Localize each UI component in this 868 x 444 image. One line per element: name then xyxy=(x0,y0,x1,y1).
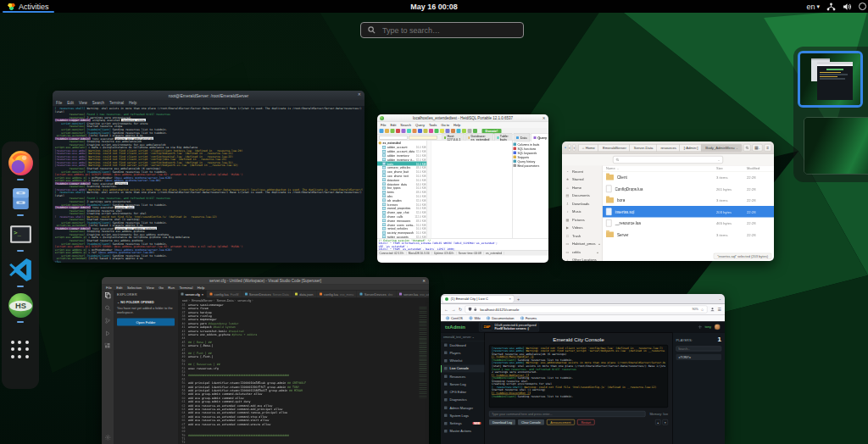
tab-icon xyxy=(516,136,519,139)
query-helpers-panel: Columns in baits SQL functions SQL keywo… xyxy=(512,141,548,238)
helper-icon xyxy=(514,155,517,158)
dock-item-vscode[interactable] xyxy=(7,256,35,287)
firefox-icon xyxy=(7,149,35,177)
editor-gutter xyxy=(427,141,431,238)
file-icon xyxy=(606,219,612,227)
window-files[interactable]: ‹ › ⌂ Home EmeraldServer xyxy=(562,142,774,261)
files-search-input xyxy=(621,158,716,163)
sidebar-item-icon: □ xyxy=(565,234,570,238)
sidebar-item-icon: ★ xyxy=(565,178,570,182)
table-row: job_grades 32.0 KiB xyxy=(377,198,427,203)
table-icon xyxy=(382,223,386,226)
line-numbers: 35 36 37 38 39 40 41 42 43 44 45 46 47 4… xyxy=(178,303,188,444)
account-icon xyxy=(710,307,715,311)
file-type-icon xyxy=(295,293,298,296)
log-line: [txAdminClient] Sending resources list t… xyxy=(492,395,665,398)
table-icon xyxy=(382,158,386,162)
run-debug-icon xyxy=(104,330,111,339)
sidebar-item: □ Trash xyxy=(562,232,603,241)
editor-tab: server.lua esx_addons_gcphone xyxy=(396,291,429,298)
window-terminal[interactable]: root@EmeraldServer: /root/EmeraldServer … xyxy=(53,91,364,263)
forward-icon: → xyxy=(452,307,456,312)
dock-item-firefox[interactable] xyxy=(7,149,35,180)
menu-item: Help xyxy=(129,101,136,105)
running-indicator xyxy=(17,286,24,287)
file-icon xyxy=(606,175,614,180)
volume-icon[interactable] xyxy=(843,3,852,11)
table-row: cow_phone_bait 16.0 KiB xyxy=(377,169,427,174)
dock-item-files[interactable] xyxy=(7,185,35,216)
table-row: items 48.0 KiB xyxy=(377,190,427,194)
activities-button[interactable]: Activities xyxy=(0,0,57,13)
breadcrumb-item: resources xyxy=(656,144,680,152)
activities-label: Activities xyxy=(19,3,49,11)
menu-item-icon xyxy=(444,375,448,378)
dock-item-heidisql[interactable]: HS xyxy=(7,291,35,323)
editor-tabs: server.cfg × config.lua FiveM ServerDe xyxy=(178,291,429,298)
menu-item: File xyxy=(106,286,112,290)
table-icon xyxy=(382,150,386,153)
workspace-thumbnail-next[interactable] xyxy=(804,118,868,174)
network-icon[interactable] xyxy=(826,3,836,11)
log-line xyxy=(188,441,420,444)
editor-tab: config.lua FiveM xyxy=(207,291,242,298)
toolbar-icon xyxy=(380,129,384,133)
app-grid-button[interactable] xyxy=(9,339,31,361)
open-folder-button: Open Folder xyxy=(117,319,175,326)
helper-icon xyxy=(514,147,517,150)
dock-item-terminal[interactable]: >_ xyxy=(7,220,35,252)
log-line: cfx> xyxy=(55,259,363,263)
table-row: fine_types 16.0 KiB xyxy=(377,186,427,190)
hamburger-menu-button: ≡ xyxy=(765,144,772,152)
table-row: rented_vehicles 16.0 KiB xyxy=(377,226,427,230)
player-row: xTONYx xyxy=(676,354,722,360)
vscode-title: server.cfg - Untitled (Workspace) - Visu… xyxy=(209,279,321,283)
menu-item: Search xyxy=(400,123,411,127)
file-row: Server 3 items 22:28 xyxy=(603,229,774,241)
overview-search[interactable] xyxy=(360,22,524,38)
minimap xyxy=(420,305,427,398)
breadcrumb-item: server.cfg › xyxy=(237,298,253,302)
keyboard-layout-indicator[interactable]: en▾ xyxy=(806,3,820,11)
globe-icon xyxy=(520,316,524,319)
search-input[interactable] xyxy=(381,25,516,36)
avatar xyxy=(715,324,721,330)
tab-favicon xyxy=(445,297,448,301)
log-line: [ resources:shell] Warning: shel exists … xyxy=(55,107,363,110)
menu-item-icon xyxy=(444,343,448,347)
files-search-button xyxy=(743,144,751,152)
txadmin-sidebar: emerald_test_server ⌄ Dashboard Players xyxy=(441,333,485,444)
file-type-icon xyxy=(245,293,248,296)
window-firefox[interactable]: (1) Emerald City | Live C × + ⌄ ← → ↻ 90… xyxy=(441,294,725,444)
window-heidisql[interactable]: localhost\es_extendedtest - HeidiSQL Por… xyxy=(377,114,548,263)
clock[interactable]: May 16 00:08 xyxy=(410,3,458,11)
sidebar-menu-item: CFG Editor xyxy=(441,388,485,396)
workspace-wallpaper xyxy=(804,118,868,174)
table-icon xyxy=(382,191,386,194)
gear-icon xyxy=(104,435,111,443)
search-icon xyxy=(104,305,111,314)
toolbar-icon xyxy=(396,129,400,133)
file-type-icon xyxy=(320,293,322,296)
helper-item: Bind parameters xyxy=(514,164,548,168)
power-indicator-icon[interactable] xyxy=(859,3,866,10)
globe-icon xyxy=(487,316,490,319)
distro-logo-icon xyxy=(8,3,15,10)
menu-item: Search xyxy=(92,101,104,105)
sidebar-item-icon: ▤ xyxy=(565,194,570,198)
menu-item-icon xyxy=(444,414,448,418)
workspace-thumbnail-active[interactable] xyxy=(798,51,863,108)
players-count: 1 xyxy=(718,336,721,343)
table-row: jobs 16.0 KiB xyxy=(377,194,427,198)
file-icon xyxy=(606,197,614,203)
sidebar-item-icon: ▭ xyxy=(565,242,570,247)
new-badge: NEW xyxy=(473,422,481,425)
file-row: Client 3 items 22:28 xyxy=(603,172,774,184)
menu-item: Edit xyxy=(390,123,396,127)
toolbar-icon xyxy=(418,129,422,133)
menu-item: File xyxy=(381,123,386,127)
toolbar-icon xyxy=(435,129,439,133)
window-vscode[interactable]: server.cfg - Untitled (Workspace) - Visu… xyxy=(102,277,429,444)
menu-item-icon xyxy=(444,383,448,386)
table-row: phone_messages 48.0 KiB xyxy=(377,219,427,223)
